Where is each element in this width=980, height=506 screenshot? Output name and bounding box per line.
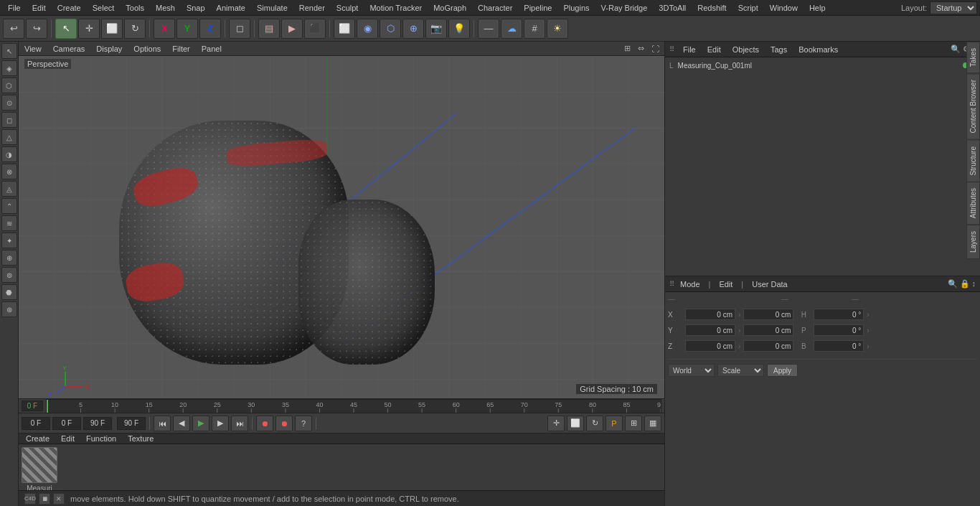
timeline-ruler[interactable]: 051015202530354045505560657075808590 [46,399,661,413]
apply-button[interactable]: Apply [767,364,798,377]
attr-search-icon[interactable]: 🔍 [948,279,958,289]
playback-end2-input[interactable] [117,417,146,430]
obj-manager-search-icon[interactable]: 🔍 [951,44,961,54]
tab-content-browser[interactable]: Content Browser [966,73,980,139]
vp-icon-3[interactable]: ⛶ [649,44,661,54]
key-button[interactable]: ? [295,416,312,431]
left-tool-13[interactable]: ⊕ [1,250,17,266]
material-menu-function[interactable]: Function [83,434,119,444]
left-tool-16[interactable]: ⊛ [1,301,17,317]
menu-help[interactable]: Help [804,2,831,14]
attr-x-size[interactable] [743,309,793,320]
attr-x-h[interactable] [814,309,864,320]
go-to-start-button[interactable]: ⏮ [154,416,171,431]
render-final-button[interactable]: ⬛ [304,19,326,39]
material-menu-create[interactable]: Create [23,434,52,444]
menu-vray[interactable]: V-Ray Bridge [596,2,653,14]
menu-script[interactable]: Script [733,2,763,14]
menu-character[interactable]: Character [473,2,517,14]
viewport-canvas[interactable]: Perspective X Y Z [19,56,664,398]
menu-file[interactable]: File [3,2,26,14]
menu-window[interactable]: Window [765,2,803,14]
grid-button[interactable]: # [524,19,545,39]
attr-x-pos[interactable] [685,309,735,320]
redo-button[interactable]: ↪ [26,19,47,39]
viewport-menu-filter[interactable]: Filter [169,44,192,54]
playback-current-input[interactable] [52,417,81,430]
attr-menu-userdata[interactable]: User Data [752,280,788,289]
layout-select[interactable]: Startup [930,1,977,14]
floor-button[interactable]: — [478,19,499,39]
attr-menu-mode[interactable]: Mode [680,280,700,289]
menu-motion-tracker[interactable]: Motion Tracker [364,2,427,14]
attr-z-size[interactable] [743,340,793,352]
create-camera-button[interactable]: 📷 [425,19,447,39]
left-tool-2[interactable]: ◈ [1,60,17,76]
menu-edit[interactable]: Edit [27,2,51,14]
left-tool-9[interactable]: ◬ [1,181,17,197]
tab-structure[interactable]: Structure [966,140,980,182]
move-tool[interactable]: ✛ [547,416,565,431]
viewport-menu-display[interactable]: Display [93,44,125,54]
prev-frame-button[interactable]: ◀ [173,416,190,431]
menu-select[interactable]: Select [88,2,120,14]
viewport-menu-cameras[interactable]: Cameras [50,44,88,54]
menu-3dtoall[interactable]: 3DToAll [654,2,691,14]
scale-mode-button[interactable]: ⬜ [101,19,123,39]
material-menu-edit[interactable]: Edit [58,434,77,444]
menu-animate[interactable]: Animate [212,2,250,14]
menu-plugins[interactable]: Plugins [558,2,594,14]
left-tool-15[interactable]: ⬣ [1,284,17,300]
left-tool-4[interactable]: ⊙ [1,95,17,111]
menu-mesh[interactable]: Mesh [151,2,180,14]
sky-button[interactable]: ☁ [501,19,522,39]
create-nurbs-button[interactable]: ◉ [357,19,378,39]
axis-z-button[interactable]: Z [199,19,221,39]
left-tool-select[interactable]: ↖ [1,43,17,59]
create-deform-button[interactable]: ⬡ [380,19,401,39]
lights-button[interactable]: ☀ [547,19,568,39]
attr-expand-icon[interactable]: ↕ [972,279,976,289]
object-mode-button[interactable]: ◻ [229,19,250,39]
move-mode-button[interactable]: ✛ [78,19,100,39]
world-dropdown[interactable]: World [668,364,715,377]
auto-key-button[interactable]: ⏺ [275,416,293,431]
render-region-button[interactable]: ▤ [258,19,280,39]
menu-snap[interactable]: Snap [182,2,210,14]
render-button-sm[interactable]: ▦ [644,416,661,431]
left-tool-6[interactable]: △ [1,129,17,145]
attr-lock-icon[interactable]: 🔒 [960,279,970,289]
grid-tool[interactable]: ⊞ [625,416,642,431]
attr-z-pos[interactable] [685,340,735,352]
object-item-measuring-cup[interactable]: L Measuring_Cup_001ml [665,57,980,73]
viewport-menu-panel[interactable]: Panel [199,44,225,54]
left-tool-12[interactable]: ✦ [1,233,17,248]
status-icon-cinema4d[interactable]: C4D [24,493,36,505]
axis-y-button[interactable]: Y [176,19,198,39]
menu-simulate[interactable]: Simulate [252,2,293,14]
menu-redshift[interactable]: Redshift [692,2,731,14]
material-swatch[interactable] [22,447,57,483]
render-preview-button[interactable]: ▶ [281,19,303,39]
pivot-button[interactable]: P [606,416,623,431]
tab-attributes[interactable]: Attributes [966,182,980,225]
playback-start-input[interactable] [22,417,50,430]
menu-render[interactable]: Render [294,2,330,14]
vp-icon-2[interactable]: ⇔ [636,43,646,54]
menu-create[interactable]: Create [52,2,86,14]
undo-button[interactable]: ↩ [3,19,24,39]
obj-manager-menu-file[interactable]: File [680,44,699,55]
status-icon-close[interactable]: ✕ [53,493,65,505]
playback-end-input[interactable] [83,417,112,430]
left-tool-14[interactable]: ⊚ [1,267,17,283]
left-tool-10[interactable]: ⌃ [1,198,17,214]
obj-manager-menu-edit[interactable]: Edit [705,44,724,55]
obj-manager-menu-objects[interactable]: Objects [730,44,762,55]
attr-z-b[interactable] [814,340,864,352]
select-mode-button[interactable]: ↖ [55,19,77,39]
go-to-end-button[interactable]: ⏭ [231,416,248,431]
obj-manager-menu-bookmarks[interactable]: Bookmarks [796,44,841,55]
next-frame-button[interactable]: ▶ [212,416,229,431]
left-tool-5[interactable]: ◻ [1,112,17,128]
status-icon-stop[interactable]: ⏹ [39,493,50,505]
